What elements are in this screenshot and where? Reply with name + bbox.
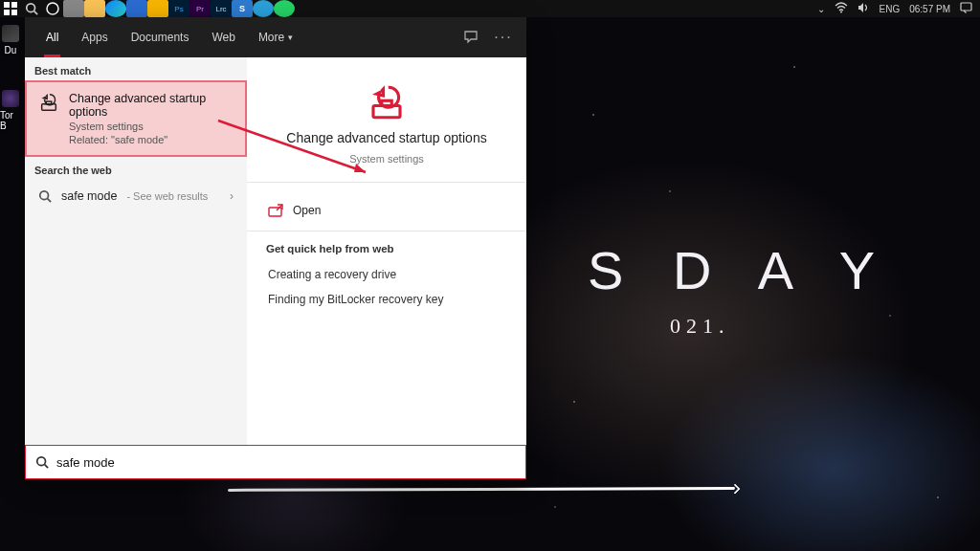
- tray-language[interactable]: ENG: [880, 4, 901, 14]
- taskbar-app-snagit[interactable]: S: [232, 0, 253, 17]
- taskbar-app-store[interactable]: [147, 0, 168, 17]
- tray-chevron-icon[interactable]: ⌄: [817, 4, 825, 14]
- detail-title: Change advanced startup options: [286, 130, 486, 145]
- taskbar-app-lightroom[interactable]: Lrc: [211, 0, 232, 17]
- wifi-icon[interactable]: [835, 2, 848, 15]
- open-action[interactable]: Open: [266, 194, 507, 227]
- web-result-hint: - See web results: [126, 190, 208, 202]
- recovery-icon: [367, 82, 407, 122]
- desktop-icon-label: Tor B: [0, 110, 21, 131]
- search-input-box[interactable]: [25, 445, 526, 479]
- tab-web[interactable]: Web: [200, 17, 246, 57]
- svg-point-6: [47, 3, 58, 14]
- taskbar-app-explorer[interactable]: [84, 0, 105, 17]
- web-result-item[interactable]: safe mode - See web results ›: [25, 180, 247, 212]
- best-match-title: Change advanced startup options: [69, 92, 234, 119]
- result-detail-panel: Change advanced startup options System s…: [247, 57, 526, 445]
- chevron-right-icon: ›: [230, 189, 234, 203]
- volume-icon[interactable]: [858, 2, 870, 15]
- desktop-icon-tor[interactable]: Tor B: [0, 90, 21, 131]
- quick-help-item[interactable]: Finding my BitLocker recovery key: [266, 287, 507, 312]
- taskbar-app-mail[interactable]: [126, 0, 147, 17]
- desktop-icon-label: Du: [5, 45, 17, 55]
- chevron-down-icon: ▾: [288, 33, 293, 42]
- taskbar-app-whatsapp[interactable]: [274, 0, 295, 17]
- taskbar-app-telegram[interactable]: [253, 0, 274, 17]
- best-match-subtitle: System settings: [69, 121, 234, 132]
- taskbar-search-icon[interactable]: [21, 0, 42, 17]
- svg-rect-0: [4, 2, 10, 8]
- svg-rect-10: [46, 101, 52, 104]
- svg-point-7: [840, 11, 842, 13]
- svg-line-12: [48, 199, 52, 203]
- tray-clock[interactable]: 06:57 PM: [909, 4, 950, 14]
- section-search-web: Search the web: [25, 157, 247, 180]
- svg-point-11: [40, 191, 49, 200]
- taskbar-app-edge[interactable]: [105, 0, 126, 17]
- search-input[interactable]: [56, 455, 516, 470]
- quick-help-title: Get quick help from web: [266, 243, 507, 254]
- tab-documents[interactable]: Documents: [120, 17, 201, 57]
- web-result-query: safe mode: [61, 189, 117, 203]
- divider: [247, 182, 526, 183]
- svg-rect-8: [961, 3, 971, 11]
- notification-icon[interactable]: [960, 2, 972, 15]
- recovery-icon: [38, 92, 59, 116]
- section-best-match: Best match: [25, 57, 247, 80]
- best-match-related: Related: "safe mode": [69, 134, 234, 145]
- svg-line-5: [34, 11, 38, 15]
- tab-apps[interactable]: Apps: [70, 17, 119, 57]
- svg-line-20: [45, 465, 49, 469]
- svg-rect-15: [269, 208, 281, 216]
- taskbar: Ps Pr Lrc S ⌄ ENG 06:57 PM: [0, 0, 980, 17]
- svg-point-4: [27, 4, 35, 12]
- svg-point-19: [37, 457, 46, 466]
- search-icon: [38, 189, 52, 203]
- cortana-icon[interactable]: [42, 0, 63, 17]
- search-tabs: All Apps Documents Web More▾ ···: [25, 17, 526, 57]
- search-icon: [35, 455, 49, 469]
- options-icon[interactable]: ···: [490, 24, 517, 51]
- divider: [247, 231, 526, 231]
- quick-help-item[interactable]: Creating a recovery drive: [266, 262, 507, 287]
- best-match-item[interactable]: Change advanced startup options System s…: [25, 80, 247, 157]
- start-button[interactable]: [0, 0, 21, 17]
- svg-rect-2: [4, 10, 10, 15]
- svg-rect-3: [11, 10, 17, 15]
- svg-rect-1: [11, 2, 17, 8]
- open-label: Open: [293, 204, 321, 217]
- svg-rect-14: [382, 100, 392, 105]
- desktop-icon-dustbin[interactable]: Du: [0, 25, 21, 55]
- tab-all[interactable]: All: [34, 17, 70, 57]
- annotation-underline: [228, 487, 735, 492]
- tab-more[interactable]: More▾: [247, 17, 304, 57]
- taskbar-app-premiere[interactable]: Pr: [189, 0, 211, 17]
- open-icon: [268, 204, 283, 217]
- detail-subtitle: System settings: [349, 153, 424, 165]
- search-flyout: All Apps Documents Web More▾ ··· Best ma…: [25, 17, 526, 479]
- desktop-icons: Du Tor B: [0, 25, 25, 165]
- results-list: Best match Change advanced startup optio…: [25, 57, 247, 445]
- wallpaper-day-text: S D A Y: [588, 239, 892, 301]
- feedback-icon[interactable]: [457, 24, 484, 51]
- taskbar-app-photoshop[interactable]: Ps: [168, 0, 189, 17]
- task-view-icon[interactable]: [63, 0, 84, 17]
- wallpaper-year-text: 021.: [670, 314, 730, 339]
